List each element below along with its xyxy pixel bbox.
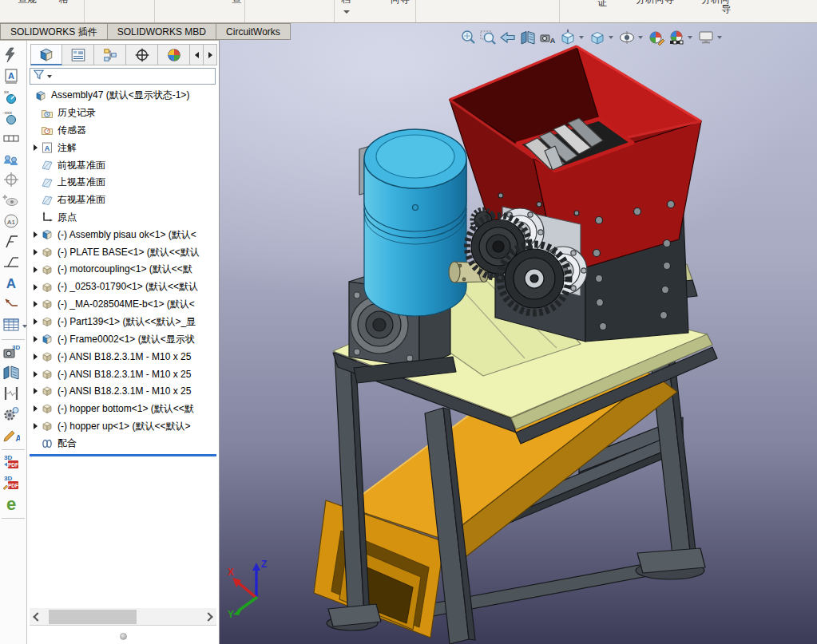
note-a-button[interactable]: A (1, 275, 25, 294)
ribbon-tab-0[interactable]: SOLIDWORKS 插件 (0, 23, 108, 40)
tree-item[interactable]: (-) hopper up<1> (默认<<默认> (30, 417, 218, 435)
expand-arrow-icon[interactable] (30, 423, 41, 429)
expand-arrow-icon[interactable] (30, 267, 41, 273)
leader-button[interactable] (1, 295, 25, 315)
dropdown-caret-icon[interactable] (609, 36, 613, 39)
ribbon-group-separator (154, 0, 155, 22)
panel-tab-displaymanager[interactable] (158, 44, 190, 65)
tree-item[interactable]: 配合 (30, 435, 218, 452)
dropdown-caret-icon[interactable] (717, 36, 722, 39)
hide-show-items-button[interactable] (618, 28, 645, 47)
tree-filter[interactable] (30, 68, 216, 85)
tree-item[interactable]: Assembly47 (默认<显示状态-1>) (30, 87, 218, 105)
break-view-button[interactable] (1, 385, 25, 405)
panel-tab-featuremanager-design-tree[interactable] (30, 44, 62, 65)
zoom-to-area-button[interactable] (479, 28, 497, 47)
scrollbar-thumb[interactable] (49, 610, 137, 624)
expand-arrow-icon[interactable] (30, 318, 41, 325)
tree-item[interactable]: 前视基准面 (30, 156, 218, 174)
tree-item[interactable]: 传感器 (30, 122, 218, 140)
tree-item[interactable]: (-) Assembly pisau ok<1> (默认< (30, 226, 218, 243)
tree-item[interactable]: 历史记录 (30, 105, 218, 122)
edit-appearance-button[interactable] (648, 28, 665, 47)
tree-item[interactable]: (-) Part139<1> (默认<<默认>_显 (30, 313, 218, 330)
tree-item[interactable]: (-) motorcoupling<1> (默认<<默 (30, 261, 218, 279)
tree-item[interactable]: 右视基准面 (30, 192, 218, 209)
dropdown-caret-icon[interactable] (579, 36, 584, 39)
auto-dimension-button[interactable] (1, 46, 25, 66)
ribbon-tab-1[interactable]: SOLIDWORKS MBD (108, 23, 216, 40)
size-dimension-button[interactable]: xx (1, 88, 25, 108)
ribbon-tab-2[interactable]: CircuitWorks (216, 23, 291, 40)
view-orientation-button[interactable] (559, 28, 586, 47)
tree-item-label: (-) ANSI B18.2.3.1M - M10 x 25 (58, 369, 191, 380)
weld-symbol-button[interactable] (1, 254, 25, 274)
expand-arrow-icon[interactable] (30, 336, 41, 342)
tree-item[interactable]: A注解 (30, 139, 218, 156)
tree-item[interactable]: (-) ANSI B18.2.3.1M - M10 x 25 (30, 348, 218, 365)
tree-item[interactable]: (-) _MA-028504ME-b<1> (默认< (30, 296, 218, 314)
panel-tab-dimxpertmanager[interactable] (126, 44, 158, 65)
datum-feature-button[interactable] (1, 129, 25, 149)
panel-tab-configurationmanager[interactable] (94, 44, 126, 65)
panel-tab-scroll-right-button[interactable] (204, 44, 217, 65)
apply-scene-button[interactable] (668, 28, 695, 47)
view-settings-button[interactable] (697, 28, 724, 47)
tree-item[interactable]: (-) _0253-01790<1> (默认<<默认 (30, 279, 218, 296)
previous-view-button[interactable] (499, 28, 517, 47)
note-box-button[interactable]: A (1, 67, 25, 87)
panel-tab-propertymanager[interactable] (62, 44, 94, 65)
basic-dimension-button[interactable]: -xxx (1, 109, 25, 128)
tree-item[interactable]: (-) PLATE BASE<1> (默认<<默认 (30, 243, 218, 261)
surface-finish-button[interactable] (1, 233, 25, 253)
right-arrow-icon (208, 52, 212, 58)
section-view-tool-button[interactable] (1, 364, 25, 384)
tree-item-label: 原点 (58, 211, 77, 224)
svg-text:-xxx: -xxx (3, 110, 12, 115)
ribbon-dropdown-icon[interactable] (343, 10, 350, 14)
panel-splitter-handle[interactable] (120, 633, 127, 640)
tree-item[interactable]: 原点 (30, 209, 218, 227)
panel-tab-scroll-left-button[interactable] (190, 44, 204, 65)
expand-arrow-icon[interactable] (30, 354, 41, 360)
annotation-edit-button[interactable]: A (1, 426, 25, 446)
3d-view-capture-button[interactable]: 3D (1, 343, 25, 363)
datum-target-button[interactable] (1, 171, 25, 191)
geometric-heads-button[interactable] (1, 150, 25, 170)
3d-pdf-template-button[interactable]: 3DPDF (1, 474, 25, 494)
tree-horizontal-scrollbar[interactable] (30, 608, 216, 626)
inspection-button[interactable] (1, 405, 25, 425)
expand-arrow-icon[interactable] (30, 284, 41, 290)
tree-item[interactable]: (-) ANSI B18.2.3.1M - M10 x 25 (30, 365, 218, 383)
dropdown-caret-icon[interactable] (638, 36, 643, 39)
3d-drawing-view-button[interactable]: A (539, 28, 557, 47)
3d-pdf-publish-button[interactable]: 3DPDF (1, 453, 25, 473)
section-view-button[interactable] (519, 28, 537, 47)
tolerance-status-button[interactable] (1, 192, 25, 211)
edrawings-button[interactable]: e (1, 495, 25, 515)
tree-item[interactable]: (-) hopper bottom<1> (默认<<默 (30, 400, 218, 417)
expand-arrow-icon[interactable] (30, 405, 41, 412)
dropdown-caret-icon[interactable] (22, 325, 27, 328)
filter-dropdown-icon[interactable] (47, 75, 52, 78)
tree-item[interactable]: 上视基准面 (30, 174, 218, 192)
zoom-to-fit-button[interactable] (459, 28, 477, 47)
expand-arrow-icon[interactable] (30, 371, 41, 377)
display-style-button[interactable] (589, 28, 616, 47)
graphics-viewport[interactable]: A Z X Y (220, 23, 817, 644)
tables-button[interactable] (1, 316, 25, 336)
dropdown-caret-icon[interactable] (688, 36, 692, 39)
expand-arrow-icon[interactable] (30, 301, 41, 307)
expand-arrow-icon[interactable] (30, 144, 41, 151)
copy-scheme-button[interactable]: A1 (1, 212, 25, 232)
expand-arrow-icon[interactable] (30, 249, 41, 255)
filter-funnel-icon[interactable] (33, 69, 45, 84)
rollback-bar[interactable] (30, 454, 216, 456)
tree-item[interactable]: (-) Frame0002<1> (默认<显示状 (30, 330, 218, 348)
expand-arrow-icon[interactable] (30, 388, 41, 394)
scroll-left-icon[interactable] (33, 612, 42, 621)
scrollbar-track[interactable] (44, 610, 202, 624)
expand-arrow-icon[interactable] (30, 231, 41, 238)
tree-item[interactable]: (-) ANSI B18.2.3.1M - M10 x 25 (30, 383, 218, 401)
scroll-right-icon[interactable] (204, 612, 212, 621)
